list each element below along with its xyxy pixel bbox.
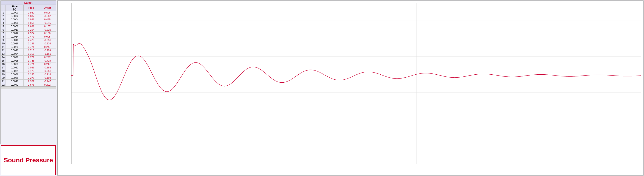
col-time: Time(s) <box>6 5 24 11</box>
row-num: 6 <box>1 28 6 32</box>
offset-val: -0.515 <box>39 21 56 25</box>
offset-val: -0.388 <box>39 66 56 69</box>
sound-pressure-label-box: Sound Pressure <box>1 145 56 175</box>
time-val: 0.0024 <box>6 52 24 56</box>
offset-val: -0.218 <box>39 73 56 76</box>
time-val: 0.0022 <box>6 49 24 52</box>
table-row: 9 0.0016 2.423 -0.051 <box>1 38 56 42</box>
offset-val: 0.247 <box>39 45 56 49</box>
row-num: 15 <box>1 59 6 63</box>
row-num: 1 <box>1 11 6 14</box>
pres-val: 2.661 <box>24 25 39 28</box>
pres-val: 2.958 <box>24 18 39 21</box>
table-row: 16 0.0030 2.721 0.247 <box>1 63 56 66</box>
time-val: 0.0016 <box>6 38 24 42</box>
offset-val: -0.051 <box>39 69 56 73</box>
row-num: 9 <box>1 38 6 42</box>
time-val: 0.0000 <box>6 11 24 14</box>
row-num: 3 <box>1 18 6 21</box>
table-row: 7 0.0012 2.574 0.100 <box>1 32 56 35</box>
offset-val: -0.336 <box>39 42 56 45</box>
pres-val: 2.574 <box>24 32 39 35</box>
table-row: 6 0.0010 2.254 -0.220 <box>1 28 56 32</box>
time-val: 0.0034 <box>6 69 24 73</box>
time-val: 0.0030 <box>6 63 24 66</box>
row-num: 21 <box>1 80 6 83</box>
col-num <box>1 5 6 11</box>
pres-val: 2.721 <box>24 63 39 66</box>
row-num: 10 <box>1 42 6 45</box>
offset-val: -0.147 <box>39 80 56 83</box>
time-val: 0.0042 <box>6 83 24 87</box>
data-table: Latest Time(s) Pres Offset 1 0.0000 2.98… <box>1 1 56 87</box>
offset-val: -0.587 <box>39 14 56 18</box>
time-val: 0.0026 <box>6 56 24 59</box>
time-val: 0.0036 <box>6 73 24 76</box>
time-val: 0.0014 <box>6 35 24 38</box>
scrollbar[interactable] <box>1 87 56 89</box>
table-row: 19 0.0036 2.255 -0.218 <box>1 73 56 76</box>
row-num: 4 <box>1 21 6 25</box>
offset-val: 0.187 <box>39 25 56 28</box>
offset-val: -0.198 <box>39 76 56 80</box>
table-body: 1 0.0000 2.980 0.506 2 0.0002 1.887 -0.5… <box>1 11 56 87</box>
col-pres: Pres <box>24 5 39 11</box>
table-row: 5 0.0008 2.661 0.187 <box>1 25 56 28</box>
table-row: 15 0.0028 1.745 -0.729 <box>1 59 56 63</box>
table-row: 8 0.0014 2.479 0.005 <box>1 35 56 38</box>
pres-val: 2.255 <box>24 73 39 76</box>
row-num: 5 <box>1 25 6 28</box>
row-num: 19 <box>1 73 6 76</box>
time-val: 0.0010 <box>6 28 24 32</box>
row-num: 13 <box>1 52 6 56</box>
pres-val: 2.275 <box>24 76 39 80</box>
chart-inner: Sound Pressure 012340.000.010.020.03 Tim… <box>72 3 641 164</box>
row-num: 8 <box>1 35 6 38</box>
time-val: 0.0002 <box>6 14 24 18</box>
data-table-container: Latest Time(s) Pres Offset 1 0.0000 2.98… <box>0 0 56 144</box>
svg-rect-18 <box>72 3 641 164</box>
offset-val: 0.297 <box>39 56 56 59</box>
table-row: 13 0.0024 1.313 -1.161 <box>1 52 56 56</box>
table-row: 20 0.0038 2.275 -0.198 <box>1 76 56 80</box>
offset-val: 0.202 <box>39 83 56 87</box>
sound-pressure-text: Sound Pressure <box>4 157 53 164</box>
chart-area: Sound Pressure 012340.000.010.020.03 Tim… <box>58 0 644 176</box>
time-val: 0.0008 <box>6 25 24 28</box>
row-num: 18 <box>1 69 6 73</box>
pres-val: 1.887 <box>24 14 39 18</box>
pres-val: 1.958 <box>24 21 39 25</box>
row-num: 14 <box>1 56 6 59</box>
time-val: 0.0020 <box>6 45 24 49</box>
time-val: 0.0006 <box>6 21 24 25</box>
row-num: 20 <box>1 76 6 80</box>
pres-val: 2.771 <box>24 56 39 59</box>
table-row: 1 0.0000 2.980 0.506 <box>1 11 56 14</box>
row-num: 22 <box>1 83 6 87</box>
offset-val: -0.220 <box>39 28 56 32</box>
time-val: 0.0028 <box>6 59 24 63</box>
offset-val: 0.100 <box>39 32 56 35</box>
pres-val: 1.715 <box>24 49 39 52</box>
table-row: 14 0.0026 2.771 0.297 <box>1 56 56 59</box>
time-val: 0.0040 <box>6 80 24 83</box>
table-row: 18 0.0034 2.423 -0.051 <box>1 69 56 73</box>
row-num: 11 <box>1 45 6 49</box>
row-num: 2 <box>1 14 6 18</box>
row-num: 12 <box>1 49 6 52</box>
table-row: 21 0.0040 2.327 -0.147 <box>1 80 56 83</box>
left-panel: Latest Time(s) Pres Offset 1 0.0000 2.98… <box>0 0 57 176</box>
pres-val: 2.254 <box>24 28 39 32</box>
pres-val: 2.423 <box>24 38 39 42</box>
table-header: Latest <box>1 1 56 5</box>
table-row: 11 0.0020 2.721 0.247 <box>1 45 56 49</box>
pres-val: 2.423 <box>24 69 39 73</box>
offset-val: 0.247 <box>39 63 56 66</box>
table-row: 4 0.0006 1.958 -0.515 <box>1 21 56 25</box>
offset-val: 0.485 <box>39 18 56 21</box>
pres-val: 2.479 <box>24 35 39 38</box>
row-num: 17 <box>1 66 6 69</box>
pres-val: 2.676 <box>24 83 39 87</box>
pres-val: 2.980 <box>24 11 39 14</box>
offset-val: -1.161 <box>39 52 56 56</box>
